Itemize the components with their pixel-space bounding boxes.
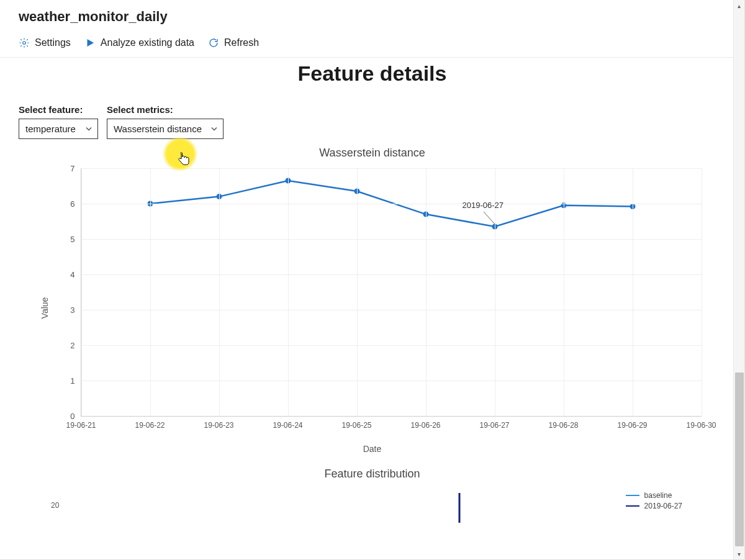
chart-title: Wasserstein distance — [19, 147, 726, 160]
gridline — [426, 168, 427, 416]
section-title: Feature details — [19, 61, 726, 86]
metrics-filter: Select metrics: Wasserstein distance — [107, 104, 224, 139]
x-tick: 19-06-22 — [135, 416, 165, 430]
gridline — [81, 168, 82, 416]
x-tick: 19-06-30 — [686, 416, 716, 430]
x-tick: 19-06-24 — [273, 416, 302, 430]
plot-area: 19-06-2119-06-2219-06-2319-06-2419-06-25… — [81, 168, 702, 417]
gridline — [219, 168, 220, 416]
gridline — [633, 168, 633, 416]
svg-point-0 — [23, 42, 26, 45]
x-tick: 19-06-23 — [204, 416, 233, 430]
feature-distribution-chart[interactable]: 20 baseline2019-06-27 — [19, 484, 726, 522]
x-axis-label: Date — [363, 444, 382, 454]
feature-filter: Select feature: temperature — [19, 104, 98, 139]
x-tick: 19-06-27 — [479, 416, 509, 430]
legend-label: baseline — [644, 491, 672, 500]
x-tick: 19-06-26 — [410, 416, 440, 430]
y-tick: 2 — [70, 341, 81, 350]
y-tick: 1 — [70, 376, 81, 386]
gridline — [81, 345, 702, 346]
legend-item: baseline — [626, 491, 682, 500]
analyze-label: Analyze existing data — [101, 37, 194, 48]
header: weather_monitor_daily Settings Analyze e… — [0, 0, 744, 58]
y-tick: 6 — [70, 199, 81, 209]
y-tick: 0 — [70, 412, 81, 421]
y-tick: 5 — [70, 235, 81, 244]
metrics-dropdown-value: Wasserstein distance — [114, 124, 202, 134]
scrollbar-thumb[interactable] — [735, 373, 744, 546]
gridline — [81, 168, 702, 169]
gridline — [357, 168, 358, 416]
analyze-button[interactable]: Analyze existing data — [84, 37, 194, 48]
wasserstein-chart-wrap: Wasserstein distance Value Date 19-06-21… — [19, 147, 726, 454]
gridline — [81, 274, 702, 275]
refresh-label: Refresh — [224, 37, 259, 48]
wasserstein-chart[interactable]: Value Date 19-06-2119-06-2219-06-2319-06… — [31, 162, 714, 454]
distribution-spike-icon — [453, 493, 466, 523]
legend-swatch — [626, 505, 639, 507]
line-series — [81, 168, 702, 416]
y-tick: 4 — [70, 270, 81, 279]
settings-button[interactable]: Settings — [19, 37, 71, 48]
refresh-icon — [208, 37, 219, 48]
chevron-down-icon — [210, 124, 218, 134]
chevron-down-icon — [85, 124, 93, 134]
gridline — [81, 204, 702, 204]
svg-line-9 — [484, 212, 495, 224]
y-tick: 20 — [51, 501, 59, 510]
legend-label: 2019-06-27 — [644, 502, 682, 510]
legend-item: 2019-06-27 — [626, 502, 682, 510]
y-axis-label: Value — [40, 297, 50, 319]
metrics-dropdown[interactable]: Wasserstein distance — [107, 119, 224, 139]
legend: baseline2019-06-27 — [626, 489, 682, 512]
metrics-filter-label: Select metrics: — [107, 104, 224, 115]
feature-distribution-title: Feature distribution — [19, 467, 726, 481]
settings-label: Settings — [35, 37, 71, 48]
x-tick: 19-06-29 — [617, 416, 647, 430]
gridline — [81, 381, 702, 381]
point-annotation: 2019-06-27 — [463, 201, 504, 210]
feature-filter-label: Select feature: — [19, 104, 98, 115]
refresh-button[interactable]: Refresh — [208, 37, 259, 48]
filters-row: Select feature: temperature Select metri… — [19, 104, 726, 139]
gridline — [564, 168, 564, 416]
scroll-down-icon[interactable]: ▾ — [734, 548, 744, 559]
legend-swatch — [626, 495, 639, 496]
gridline — [81, 310, 702, 310]
feature-dropdown-value: temperature — [25, 124, 76, 134]
gridline — [81, 239, 702, 240]
gridline — [150, 168, 151, 416]
scroll-up-icon[interactable]: ▴ — [734, 0, 744, 11]
x-tick: 19-06-25 — [341, 416, 371, 430]
x-tick: 19-06-28 — [548, 416, 578, 430]
y-tick: 3 — [70, 305, 81, 315]
vertical-scrollbar[interactable]: ▴ ▾ — [733, 0, 744, 559]
page-title: weather_monitor_daily — [19, 9, 726, 25]
gridline — [288, 168, 289, 416]
content: Feature details Select feature: temperat… — [0, 58, 744, 559]
y-tick: 7 — [70, 164, 81, 173]
toolbar: Settings Analyze existing data Refresh — [19, 37, 726, 55]
gear-icon — [19, 37, 30, 48]
feature-dropdown[interactable]: temperature — [19, 119, 98, 139]
play-icon — [84, 37, 96, 48]
gridline — [702, 168, 702, 416]
